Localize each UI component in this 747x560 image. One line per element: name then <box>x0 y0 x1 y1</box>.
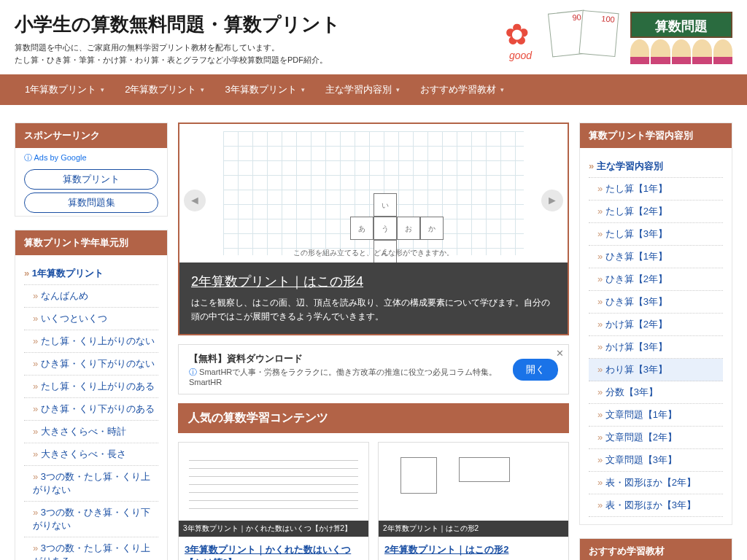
grade-item-2[interactable]: たし算・くり上がりのない <box>24 330 158 353</box>
site-header: 小学生の算数無料問題・算数プリント 算数問題を中心に、ご家庭用の無料学習プリント… <box>0 0 747 74</box>
content-category-box: 算数プリント学習内容別 主な学習内容別 たし算【1年】たし算【2年】たし算【3年… <box>579 122 732 525</box>
grade-item-4[interactable]: たし算・くり上がりのある <box>24 376 158 398</box>
nav-item-2[interactable]: 3年算数プリント <box>214 74 314 105</box>
sponsor-title: スポンサーリンク <box>15 123 167 148</box>
ad-subtitle: SmartHRで人事・労務をラクラクに。働き方改革の推進に役立つ必見コラム特集。… <box>189 367 506 386</box>
card-title-link[interactable]: 2年算数プリント｜はこの形2 <box>379 537 568 559</box>
ad-pill-0[interactable]: 算数プリント <box>24 169 158 190</box>
site-description-1: 算数問題を中心に、ご家庭用の無料学習プリント教材を配布しています。 <box>15 42 500 54</box>
header-banner: 算数問題 <box>630 12 732 38</box>
card-title-link[interactable]: 3年算数プリント｜かくれた数はいくつ【かけ算2】 <box>179 537 368 560</box>
grade-item-0[interactable]: なんばんめ <box>24 285 158 308</box>
ad-close-icon[interactable]: ✕ <box>556 348 564 359</box>
site-title[interactable]: 小学生の算数無料問題・算数プリント <box>15 12 500 37</box>
recommended-box: おすすめ学習教材 おすすめ学習教材 計算問題ドリル【1年生】 <box>579 538 732 560</box>
slide-caption-small: この形を組み立てると、どんな形ができますか。 <box>179 248 568 258</box>
inline-ad: 【無料】資料ダウンロード SmartHRで人事・労務をラクラクに。働き方改革の推… <box>178 344 569 394</box>
grade-unit-title: 算数プリント学年単元別 <box>15 230 167 255</box>
card-tag: 2年算数プリント｜はこの形2 <box>379 521 568 537</box>
card-tag: 3年算数プリント｜かくれた数はいくつ【かけ算2】 <box>179 521 368 537</box>
category-item-5[interactable]: ひき算【3年】 <box>589 291 723 314</box>
featured-slider: いあうおかえ この形を組み立てると、どんな形ができますか。 ◄ ► 2年算数プリ… <box>178 122 569 335</box>
grade-unit-head[interactable]: 1年算数プリント <box>24 262 158 285</box>
category-item-7[interactable]: かけ算【3年】 <box>589 336 723 359</box>
grade-item-5[interactable]: ひき算・くり下がりのある <box>24 398 158 421</box>
content-category-head[interactable]: 主な学習内容別 <box>589 155 723 178</box>
grade-unit-box: 算数プリント学年単元別 1年算数プリント なんばんめいくつといくつたし算・くり上… <box>15 230 168 560</box>
category-item-13[interactable]: 表・図形ほか【2年】 <box>589 472 723 494</box>
category-item-11[interactable]: 文章問題【2年】 <box>589 427 723 449</box>
category-item-12[interactable]: 文章問題【3年】 <box>589 449 723 472</box>
grade-item-6[interactable]: 大きさくらべ・時計 <box>24 421 158 443</box>
grade-item-10[interactable]: 3つの数・たし算・くり上がりある <box>24 537 158 560</box>
recommended-title: おすすめ学習教材 <box>580 539 732 560</box>
card-thumb[interactable]: 3年算数プリント｜かくれた数はいくつ【かけ算2】 <box>179 443 368 537</box>
header-doodle: 90 100 <box>500 12 624 64</box>
ad-pill-1[interactable]: 算数問題集 <box>24 192 158 213</box>
grade-item-1[interactable]: いくつといくつ <box>24 308 158 330</box>
card-thumb[interactable]: 2年算数プリント｜はこの形2 <box>379 443 568 537</box>
main-nav: 1年算数プリント2年算数プリント3年算数プリント主な学習内容別おすすめ学習教材 <box>0 74 747 105</box>
category-item-14[interactable]: 表・図形ほか【3年】 <box>589 494 723 517</box>
popular-card-0: 3年算数プリント｜かくれた数はいくつ【かけ算2】3年算数プリント｜かくれた数はい… <box>178 442 369 560</box>
category-item-2[interactable]: たし算【3年】 <box>589 223 723 246</box>
category-item-3[interactable]: ひき算【1年】 <box>589 246 723 268</box>
category-item-0[interactable]: たし算【1年】 <box>589 178 723 201</box>
site-description-2: たし算・ひき算・筆算・かけ算・わり算・表とグラフなど小学校算数問題をPDF紹介。 <box>15 54 500 66</box>
category-item-4[interactable]: ひき算【2年】 <box>589 268 723 291</box>
slider-prev-button[interactable]: ◄ <box>184 190 206 211</box>
slide-image: いあうおかえ この形を組み立てると、どんな形ができますか。 ◄ ► <box>179 124 568 262</box>
slide-title-link[interactable]: 2年算数プリント｜はこの形4 <box>191 273 556 290</box>
category-item-1[interactable]: たし算【2年】 <box>589 201 723 223</box>
ad-title: 【無料】資料ダウンロード <box>189 352 506 365</box>
slider-next-button[interactable]: ► <box>541 190 563 211</box>
category-item-10[interactable]: 文章問題【1年】 <box>589 404 723 427</box>
grade-item-3[interactable]: ひき算・くり下がりのない <box>24 353 158 376</box>
grade-item-7[interactable]: 大きさくらべ・長さ <box>24 443 158 466</box>
content-category-title: 算数プリント学習内容別 <box>580 123 732 148</box>
nav-item-4[interactable]: おすすめ学習教材 <box>410 74 514 105</box>
grade-item-9[interactable]: 3つの数・ひき算・くり下がりない <box>24 502 158 537</box>
ad-open-button[interactable]: 開く <box>513 359 558 381</box>
popular-section-title: 人気の算数学習コンテンツ <box>178 403 569 433</box>
nav-item-1[interactable]: 2年算数プリント <box>115 74 214 105</box>
category-item-6[interactable]: かけ算【2年】 <box>589 314 723 336</box>
kids-illustration <box>630 39 732 64</box>
slide-description: はこを観察し、はこの面、辺、頂点を読み取り、立体の構成要素について学びます。自分… <box>191 296 556 324</box>
nav-item-0[interactable]: 1年算数プリント <box>15 74 115 105</box>
category-item-9[interactable]: 分数【3年】 <box>589 381 723 404</box>
ads-by-label: Ads by Google <box>15 148 167 166</box>
nav-item-3[interactable]: 主な学習内容別 <box>315 74 410 105</box>
popular-card-1: 2年算数プリント｜はこの形22年算数プリント｜はこの形2はこを観察し、はこの面、… <box>378 442 569 560</box>
grade-item-8[interactable]: 3つの数・たし算・くり上がりない <box>24 466 158 502</box>
category-item-8[interactable]: わり算【3年】 <box>589 359 723 381</box>
sponsor-box: スポンサーリンク Ads by Google 算数プリント算数問題集 <box>15 122 168 217</box>
